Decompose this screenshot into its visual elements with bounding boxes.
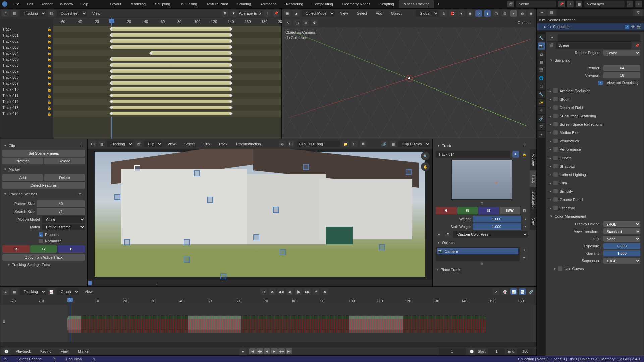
panel-checkbox[interactable]	[553, 172, 558, 177]
channel-b-button[interactable]: B	[58, 245, 85, 253]
auto-key-icon[interactable]: ●	[239, 348, 246, 355]
track-marker[interactable]	[220, 273, 226, 279]
direction-icon[interactable]: ▼	[230, 10, 237, 17]
workspace-tab[interactable]: Shading	[233, 0, 256, 8]
exclude-checkbox[interactable]: ✓	[625, 25, 629, 29]
object-mode[interactable]: Object Mode	[302, 10, 335, 17]
snap-type-icon[interactable]: ▼	[458, 10, 465, 17]
prefetch-button[interactable]: Prefetch	[2, 158, 43, 164]
panel-checkbox[interactable]	[553, 181, 558, 185]
reload-button[interactable]: Reload	[44, 158, 85, 164]
clip-type-icon[interactable]: 🎬	[135, 141, 142, 147]
view3d-options[interactable]: Options	[514, 19, 534, 26]
dopesheet-row[interactable]	[53, 56, 281, 62]
menu-edit[interactable]: Edit	[23, 1, 37, 7]
filter-hidden-icon[interactable]: 👻	[501, 288, 508, 295]
new-viewlayer-icon[interactable]: +	[627, 1, 633, 7]
panel-checkbox[interactable]	[553, 114, 558, 118]
tab-footage[interactable]: Footage	[530, 149, 536, 170]
editor-type-icon[interactable]: ≡	[549, 34, 556, 41]
pin-icon[interactable]: 📌	[558, 1, 565, 7]
graph-canvas[interactable]: -20-101102030405060708090100110120130140…	[0, 296, 536, 347]
tracking-mode-icon[interactable]: ▦	[98, 141, 105, 147]
panel-checkbox[interactable]	[553, 197, 558, 202]
track-lock-icon[interactable]: 🔒	[521, 151, 528, 158]
panel-color-management[interactable]: ▼Color Management	[547, 212, 642, 220]
panel-header[interactable]: ▸Grease Pencil	[547, 195, 642, 204]
search-size[interactable]	[37, 208, 85, 215]
playhead[interactable]	[70, 296, 70, 347]
panel-header[interactable]: ▸Freestyle	[547, 204, 642, 212]
dope-ruler[interactable]: 1 -60-40-2020406080100120140160180200	[53, 18, 281, 26]
object-camera-row[interactable]: 📷Camera	[437, 248, 518, 254]
tracking-mode[interactable]: Tracking	[20, 10, 46, 17]
sort-axis-icon[interactable]: ↕	[264, 10, 271, 17]
keyframe-next-icon[interactable]: ◆▶	[278, 348, 285, 354]
clip-icon[interactable]: 🎞	[288, 141, 294, 147]
panel-checkbox[interactable]	[553, 88, 558, 93]
channel-r-button[interactable]: R	[2, 245, 30, 253]
keyframe-prev-icon[interactable]: ◀◆	[256, 348, 263, 354]
show-frames-icon[interactable]: 📊	[510, 288, 517, 295]
look[interactable]: None	[603, 236, 640, 242]
tab-scene[interactable]: 🎬	[538, 66, 545, 74]
prepass-checkbox[interactable]: ✓	[39, 232, 43, 237]
outliner-scene-collection[interactable]: ▾ 🗀 Scene Collection	[537, 17, 644, 23]
channel-r-button[interactable]: R	[436, 207, 457, 214]
grip-icon[interactable]: ⠿	[81, 143, 84, 148]
lock-icon[interactable]: 🔓	[47, 76, 51, 79]
tab-view[interactable]: View	[530, 214, 536, 230]
track-marker[interactable]	[303, 164, 309, 170]
track-marker[interactable]	[114, 194, 120, 200]
frame-end[interactable]	[517, 348, 534, 355]
clear-icon[interactable]: ✖	[321, 288, 328, 295]
sequencer-colorspace[interactable]: sRGB	[603, 258, 640, 264]
dopesheet-row[interactable]	[53, 32, 281, 38]
tab-object[interactable]: ▢	[538, 82, 545, 90]
add-workspace-button[interactable]: +	[434, 0, 443, 8]
clear-icon[interactable]: ✖	[269, 288, 276, 295]
graph-type-icon[interactable]: 📈	[48, 288, 55, 295]
panel-checkbox[interactable]	[553, 156, 558, 160]
track-channel[interactable]: Track.005🔓	[0, 56, 53, 62]
track-channel[interactable]: Track.004🔓	[0, 50, 53, 56]
grip-icon[interactable]: ⠿	[436, 262, 528, 266]
keyframe-icon[interactable]: •	[523, 223, 528, 230]
delete-viewlayer-icon[interactable]: ×	[635, 1, 642, 7]
tab-particle[interactable]: ✨	[538, 99, 545, 106]
editor-type-icon[interactable]: ≡	[2, 288, 9, 295]
track-channel[interactable]: Track.009🔓	[0, 80, 53, 86]
menu-render[interactable]: Render	[37, 1, 56, 7]
visibility-icon[interactable]: 👁	[631, 25, 635, 29]
clip-view-menu[interactable]: View	[164, 141, 179, 147]
unlink-icon[interactable]: ×	[360, 141, 366, 147]
panel-checkbox[interactable]	[553, 122, 558, 126]
lock-icon[interactable]: 🔓	[47, 27, 51, 31]
panel-checkbox[interactable]	[553, 147, 558, 152]
exposure[interactable]	[603, 243, 640, 249]
shading-solid-icon[interactable]: ●	[510, 10, 517, 17]
select-box-icon[interactable]: ▢	[293, 19, 300, 26]
editor-type-icon[interactable]: ≡	[539, 9, 546, 16]
track-fwd1-icon[interactable]: |▶	[295, 288, 302, 295]
gizmo-icon[interactable]: ⊹	[475, 10, 482, 17]
track-marker[interactable]	[207, 197, 213, 203]
graph-type[interactable]: Graph	[57, 288, 79, 295]
panel-checkbox[interactable]	[553, 105, 558, 110]
view3d-view-menu[interactable]: View	[337, 10, 352, 17]
view3d-select-menu[interactable]: Select	[354, 10, 371, 17]
outliner-collection[interactable]: ▸ 🗀 Collection ✓ 👁 📷	[537, 23, 644, 30]
scene-name-field[interactable]	[516, 1, 556, 7]
grip-icon[interactable]: ⠿	[444, 231, 451, 238]
move-icon[interactable]: ✥	[311, 19, 318, 26]
zoom-icon[interactable]: 🔍	[421, 152, 430, 160]
objects-panel-title[interactable]: ▼Objects	[436, 239, 528, 247]
preset-icon[interactable]: ≡	[77, 191, 84, 197]
shading-matprev-icon[interactable]: ◐	[519, 10, 526, 17]
panel-header[interactable]: ▸Motion Blur	[547, 128, 642, 137]
keying-menu[interactable]: Keying	[37, 348, 55, 355]
view-transform[interactable]: Standard	[603, 228, 640, 234]
graph-scrollbar[interactable]	[0, 342, 536, 347]
tracking-mode-icon[interactable]: ▦	[11, 288, 18, 295]
track-marker[interactable]	[184, 239, 190, 245]
